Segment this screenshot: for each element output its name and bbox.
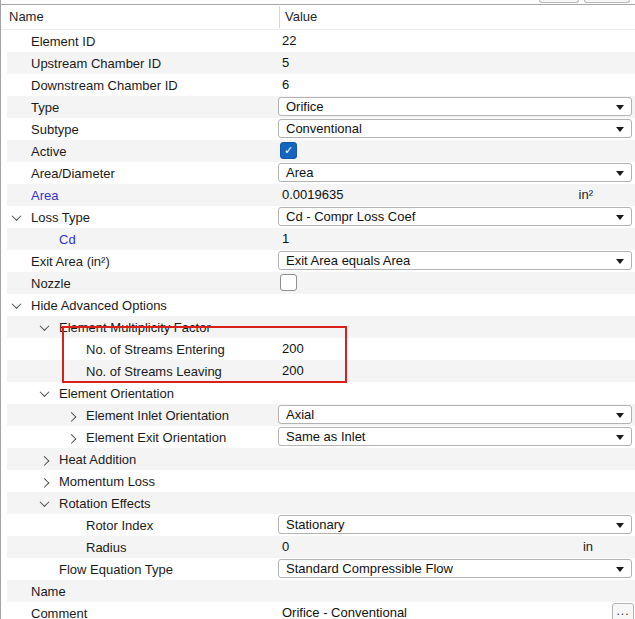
value-dropdown[interactable]: Area [278, 163, 632, 182]
value-dropdown[interactable]: Stationary [278, 515, 632, 534]
property-row[interactable]: CommentOrifice - Conventional... [1, 602, 635, 619]
chevron-right-icon[interactable] [37, 474, 51, 488]
value-dropdown[interactable]: Axial [278, 405, 632, 424]
row-value[interactable]: 5 [282, 52, 289, 74]
row-value[interactable]: 6 [282, 74, 289, 96]
chevron-right-icon[interactable] [64, 430, 78, 444]
property-row[interactable]: Element Inlet OrientationAxial [1, 404, 635, 426]
value-dropdown[interactable]: Exit Area equals Area [278, 251, 632, 270]
property-row[interactable]: No. of Streams Leaving200 [1, 360, 635, 382]
property-row[interactable]: Radius0in [1, 536, 635, 558]
property-rows: Element ID22Upstream Chamber ID5Downstre… [1, 30, 635, 619]
row-label: Comment [31, 606, 87, 619]
checkbox-checked[interactable]: ✓ [280, 142, 297, 159]
property-row[interactable]: Downstream Chamber ID6 [1, 74, 635, 96]
row-label-cell: Downstream Chamber ID [1, 74, 178, 96]
property-row[interactable]: Element ID22 [1, 30, 635, 52]
property-row[interactable]: Area/DiameterArea [1, 162, 635, 184]
row-label: Element Exit Orientation [86, 430, 226, 445]
row-label-cell: Element Inlet Orientation [1, 404, 229, 426]
value-column-header: Value [285, 5, 317, 29]
chevron-down-icon[interactable] [37, 496, 51, 510]
row-label-cell: Exit Area (in²) [1, 250, 110, 272]
dropdown-arrow-icon [616, 105, 624, 110]
chevron-down-icon[interactable] [9, 298, 23, 312]
property-row[interactable]: Upstream Chamber ID5 [1, 52, 635, 74]
chevron-right-icon[interactable] [64, 408, 78, 422]
value-dropdown[interactable]: Same as Inlet [278, 427, 632, 446]
row-label-cell: Type [1, 96, 59, 118]
row-value[interactable]: 0 [282, 536, 289, 558]
row-label-cell: Element Multiplicity Factor [1, 316, 211, 338]
row-label-cell: Rotor Index [1, 514, 153, 536]
property-row[interactable]: Area0.0019635in² [1, 184, 635, 206]
property-row[interactable]: Name [1, 580, 635, 602]
property-row[interactable]: SubtypeConventional [1, 118, 635, 140]
row-label: Element ID [31, 34, 95, 49]
unit-label: in [583, 536, 593, 558]
row-label-cell: Hide Advanced Options [1, 294, 167, 316]
checkbox-unchecked[interactable] [280, 274, 297, 291]
dropdown-selected-value: Same as Inlet [286, 428, 366, 445]
row-label-cell: Element Orientation [1, 382, 174, 404]
row-label: Area [31, 188, 58, 203]
truncated-toolbar-button[interactable] [584, 0, 630, 3]
chevron-glyph [66, 411, 76, 421]
row-label-cell: No. of Streams Leaving [1, 360, 222, 382]
property-row[interactable]: Loss TypeCd - Compr Loss Coef [1, 206, 635, 228]
property-row[interactable]: TypeOrifice [1, 96, 635, 118]
property-row[interactable]: Heat Addition [1, 448, 635, 470]
property-row[interactable]: Element Exit OrientationSame as Inlet [1, 426, 635, 448]
dropdown-selected-value: Cd - Compr Loss Coef [286, 208, 415, 225]
row-label: Subtype [31, 122, 79, 137]
row-value[interactable]: 22 [282, 30, 296, 52]
ellipsis-button[interactable]: ... [612, 603, 634, 619]
property-row[interactable]: Momentum Loss [1, 470, 635, 492]
chevron-glyph [39, 497, 49, 507]
dropdown-arrow-icon [616, 413, 624, 418]
row-label: No. of Streams Leaving [86, 364, 222, 379]
value-dropdown[interactable]: Conventional [278, 119, 632, 138]
value-dropdown[interactable]: Orifice [278, 97, 632, 116]
row-label: Active [31, 144, 66, 159]
property-row[interactable]: Nozzle [1, 272, 635, 294]
property-row[interactable]: Flow Equation TypeStandard Compressible … [1, 558, 635, 580]
row-label: Element Inlet Orientation [86, 408, 229, 423]
row-value[interactable]: 200 [282, 338, 304, 360]
chevron-right-icon[interactable] [37, 452, 51, 466]
chevron-down-icon[interactable] [9, 210, 23, 224]
chevron-glyph [66, 433, 76, 443]
column-divider[interactable] [279, 6, 280, 28]
dropdown-arrow-icon [616, 259, 624, 264]
property-row[interactable]: Cd1 [1, 228, 635, 250]
chevron-down-icon[interactable] [37, 320, 51, 334]
row-label-cell: Flow Equation Type [1, 558, 173, 580]
row-label-cell: No. of Streams Entering [1, 338, 225, 360]
row-value[interactable]: 0.0019635 [282, 184, 343, 206]
row-label: Upstream Chamber ID [31, 56, 161, 71]
name-column-header: Name [9, 5, 44, 29]
value-dropdown[interactable]: Cd - Compr Loss Coef [278, 207, 632, 226]
value-dropdown[interactable]: Standard Compressible Flow [278, 559, 632, 578]
row-label-cell: Name [1, 580, 66, 602]
property-row[interactable]: Exit Area (in²)Exit Area equals Area [1, 250, 635, 272]
property-row[interactable]: Hide Advanced Options [1, 294, 635, 316]
row-label: Loss Type [31, 210, 90, 225]
row-value[interactable]: 200 [282, 360, 304, 382]
row-value[interactable]: 1 [282, 228, 289, 250]
property-row[interactable]: Active✓ [1, 140, 635, 162]
row-value[interactable]: Orifice - Conventional [282, 602, 407, 619]
truncated-toolbar-button[interactable] [539, 0, 579, 3]
row-label: Element Orientation [59, 386, 174, 401]
row-label-cell: Area/Diameter [1, 162, 115, 184]
property-row[interactable]: Element Orientation [1, 382, 635, 404]
row-label: Name [31, 584, 66, 599]
chevron-glyph [39, 387, 49, 397]
chevron-down-icon[interactable] [37, 386, 51, 400]
property-row[interactable]: No. of Streams Entering200 [1, 338, 635, 360]
chevron-glyph [11, 299, 21, 309]
property-row[interactable]: Element Multiplicity Factor [1, 316, 635, 338]
property-row[interactable]: Rotation Effects [1, 492, 635, 514]
chevron-glyph [39, 321, 49, 331]
property-row[interactable]: Rotor IndexStationary [1, 514, 635, 536]
